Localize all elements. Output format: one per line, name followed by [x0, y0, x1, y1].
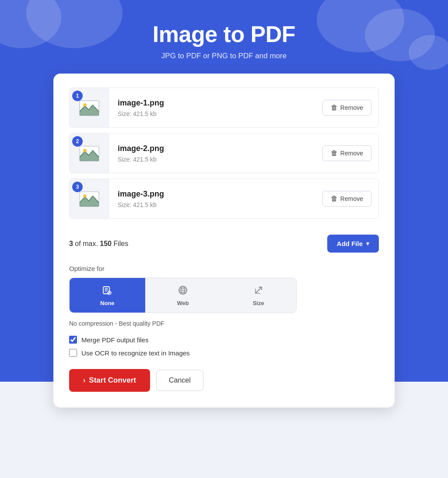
file-count-label: of max.	[75, 240, 100, 247]
file-item-1: 1 image-1.png Size: 421.5 kb 🗑 Remove	[69, 88, 379, 128]
ocr-checkbox[interactable]	[69, 349, 77, 357]
file-name-1: image-1.png	[118, 98, 314, 108]
action-buttons: › Start Convert Cancel	[69, 369, 379, 392]
file-list: 1 image-1.png Size: 421.5 kb 🗑 Remove	[69, 88, 379, 224]
optimize-web-label: Web	[177, 300, 189, 306]
optimize-description: No compression - Best quality PDF	[69, 320, 379, 327]
file-thumbnail-1: 1	[70, 88, 109, 127]
file-info-1: image-1.png Size: 421.5 kb	[109, 98, 322, 117]
image-icon-3	[78, 187, 101, 210]
file-name-2: image-2.png	[118, 144, 314, 153]
remove-button-3[interactable]: 🗑 Remove	[322, 191, 371, 207]
file-info-3: image-3.png Size: 421.5 kb	[109, 190, 322, 208]
file-name-3: image-3.png	[118, 190, 314, 199]
optimize-none-label: None	[100, 300, 115, 306]
optimize-size-icon	[253, 285, 264, 297]
optimize-none-icon	[102, 285, 112, 297]
file-item-2: 2 image-2.png Size: 421.5 kb 🗑 Remove	[69, 133, 379, 173]
file-count-max: 150	[100, 240, 112, 247]
cancel-button[interactable]: Cancel	[156, 370, 203, 391]
merge-checkbox[interactable]	[69, 336, 77, 344]
files-footer: 3 of max. 150 Files Add File ▾	[69, 235, 379, 253]
file-thumbnail-2: 2	[70, 134, 109, 173]
remove-label-2: Remove	[340, 150, 363, 157]
optimize-options: None Web Size	[69, 278, 297, 313]
page-subtitle: JPG to PDF or PNG to PDF and more	[9, 52, 439, 60]
page-header: Image to PDF JPG to PDF or PNG to PDF an…	[0, 0, 448, 74]
checkbox-ocr-row: Use OCR to recognize text in Images	[69, 349, 379, 357]
ocr-checkbox-label[interactable]: Use OCR to recognize text in Images	[81, 349, 190, 357]
image-icon-2	[78, 142, 101, 165]
chevron-right-icon: ›	[83, 376, 85, 384]
optimize-size[interactable]: Size	[220, 278, 296, 313]
optimize-size-label: Size	[253, 300, 264, 306]
file-badge-3: 3	[72, 182, 83, 192]
cancel-label: Cancel	[169, 376, 191, 384]
remove-button-1[interactable]: 🗑 Remove	[322, 100, 371, 116]
optimize-web[interactable]: Web	[145, 278, 221, 313]
merge-checkbox-label[interactable]: Merge PDF output files	[81, 336, 148, 344]
optimize-none[interactable]: None	[70, 278, 145, 313]
file-info-2: image-2.png Size: 421.5 kb	[109, 144, 322, 163]
start-convert-label: Start Convert	[89, 376, 136, 385]
file-badge-1: 1	[72, 91, 83, 101]
file-count: 3 of max. 150 Files	[69, 240, 128, 248]
file-item-3: 3 image-3.png Size: 421.5 kb 🗑 Remove	[69, 179, 379, 219]
file-size-3: Size: 421.5 kb	[118, 201, 314, 208]
file-size-2: Size: 421.5 kb	[118, 156, 314, 163]
page-title: Image to PDF	[9, 21, 439, 47]
file-badge-2: 2	[72, 136, 83, 147]
optimize-label: Optimize for	[69, 265, 379, 272]
start-convert-button[interactable]: › Start Convert	[69, 369, 150, 392]
add-file-button[interactable]: Add File ▾	[327, 235, 379, 253]
remove-button-2[interactable]: 🗑 Remove	[322, 145, 371, 161]
file-count-unit: Files	[113, 240, 128, 247]
add-file-label: Add File	[337, 240, 363, 247]
trash-icon-2: 🗑	[331, 149, 338, 157]
trash-icon-3: 🗑	[331, 195, 338, 203]
chevron-down-icon: ▾	[366, 240, 369, 247]
main-card: 1 image-1.png Size: 421.5 kb 🗑 Remove	[53, 74, 395, 408]
file-size-1: Size: 421.5 kb	[118, 110, 314, 117]
remove-label-1: Remove	[340, 104, 363, 111]
image-icon-1	[78, 96, 101, 119]
file-count-current: 3	[69, 240, 73, 247]
trash-icon-1: 🗑	[331, 104, 338, 112]
checkbox-merge-row: Merge PDF output files	[69, 336, 379, 344]
optimize-web-icon	[178, 285, 188, 297]
file-thumbnail-3: 3	[70, 179, 109, 218]
remove-label-3: Remove	[340, 195, 363, 202]
